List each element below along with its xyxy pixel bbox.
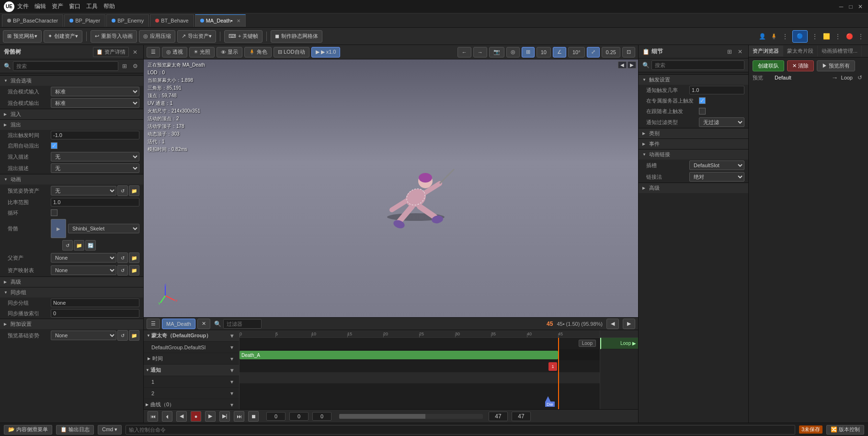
- section-sync-group[interactable]: ▼ 同步组: [0, 287, 143, 298]
- output-log-btn[interactable]: 📋 输出日志: [56, 425, 94, 435]
- time-mid2[interactable]: 0: [312, 412, 331, 421]
- settings-icon[interactable]: ⚙: [131, 62, 139, 70]
- menu-file[interactable]: 文件: [17, 2, 29, 11]
- viewport-scale-btn[interactable]: ⤢: [587, 47, 600, 57]
- skeleton-reset[interactable]: ↺: [62, 240, 73, 251]
- section-add-config[interactable]: ▶ 附加设置: [0, 319, 143, 329]
- viewport-scale-val[interactable]: 0.25: [602, 47, 620, 57]
- viewport-lod-btn[interactable]: ⊟ LOD自动: [274, 47, 309, 57]
- time-end1[interactable]: 47: [489, 412, 508, 421]
- details-search-input[interactable]: [651, 60, 744, 70]
- track-slot-dropdown[interactable]: ▾: [228, 343, 236, 352]
- toolbar-icon-person[interactable]: 👤: [758, 32, 766, 41]
- track-dropdown[interactable]: ▾: [228, 332, 236, 340]
- skeleton-select[interactable]: Shinbi_Skelet: [68, 224, 139, 233]
- sync-sub-input[interactable]: [51, 298, 139, 307]
- tab-close-icon[interactable]: ✕: [237, 18, 240, 23]
- skeleton-browse[interactable]: 📁: [74, 240, 84, 251]
- section-advanced[interactable]: ▶ 高级: [0, 276, 143, 287]
- toolbar-create-asset[interactable]: ✦ 创建资产▾: [44, 30, 82, 43]
- toolbar-reimport[interactable]: ↩ 重新导入动画: [91, 30, 137, 43]
- toolbar-icon-anim-blue[interactable]: 🔵: [792, 30, 808, 43]
- ctrl-step-fwd[interactable]: ⏭: [234, 411, 244, 422]
- viewport-nav2[interactable]: →: [473, 47, 487, 57]
- blend-mode-input-select[interactable]: 标准: [51, 87, 139, 96]
- minimize-button[interactable]: ─: [837, 3, 845, 11]
- blend-in-desc-select[interactable]: 无: [51, 152, 139, 161]
- toolbar-icon-anim3[interactable]: 🟨: [822, 32, 831, 41]
- console-input[interactable]: [126, 425, 795, 435]
- time-start[interactable]: 0: [266, 412, 286, 421]
- cmd-btn[interactable]: Cmd ▾: [98, 425, 122, 435]
- toolbar-icon-anim2[interactable]: ⋮: [811, 32, 819, 41]
- tab-anim-slot[interactable]: 动画插槽管理...: [818, 46, 862, 57]
- toolbar-export[interactable]: ↗ 导出资产▾: [177, 30, 216, 43]
- toolbar-add-keyframe[interactable]: ⌨ + 关键帧: [224, 30, 263, 43]
- timeline-nav-2[interactable]: ▶: [623, 319, 635, 329]
- preview-base-select[interactable]: None: [51, 331, 116, 340]
- viewport-more[interactable]: ⊡: [622, 47, 635, 57]
- menu-window[interactable]: 窗口: [69, 2, 80, 11]
- viewport-grid-val[interactable]: 10: [537, 47, 551, 57]
- loop-checkbox[interactable]: [51, 209, 57, 216]
- maximize-button[interactable]: □: [847, 3, 855, 11]
- ctrl-prev-frame[interactable]: ⏴: [162, 411, 172, 422]
- parent-browse[interactable]: 📁: [129, 252, 139, 263]
- viewport-camera[interactable]: 📷: [489, 47, 504, 57]
- save-badge[interactable]: 3未保存: [799, 425, 822, 434]
- link-method-select[interactable]: 绝对: [689, 172, 744, 182]
- map-reset[interactable]: ↺: [117, 265, 128, 275]
- tab-ma-death[interactable]: MA_Death• ✕: [195, 14, 246, 27]
- timeline-progress[interactable]: [339, 414, 483, 419]
- blend-mode-output-select[interactable]: 标准: [51, 98, 139, 108]
- details-expand-icon[interactable]: ⊞: [725, 47, 734, 56]
- ctrl-play[interactable]: ▶: [205, 411, 216, 422]
- ctrl-rewind[interactable]: ⏮: [148, 411, 158, 422]
- menu-tools[interactable]: 工具: [86, 2, 98, 11]
- tab-asset-browser[interactable]: 资产浏览器: [749, 46, 783, 57]
- filter-type-select[interactable]: 无过滤: [699, 117, 744, 127]
- parent-asset-select[interactable]: None: [51, 253, 116, 263]
- tab-montage-clip[interactable]: 蒙太奇片段: [783, 46, 818, 57]
- ctrl-stop[interactable]: ⏹: [248, 411, 259, 422]
- menu-edit[interactable]: 编辑: [34, 2, 46, 11]
- track-notify-2-dropdown[interactable]: ▾: [228, 389, 236, 398]
- section-adv-details[interactable]: ▶ 高级: [639, 183, 748, 193]
- toolbar-icon-red[interactable]: 🔴: [845, 32, 854, 41]
- timeline-menu-btn[interactable]: ☰: [147, 319, 160, 329]
- time-mid1[interactable]: 0: [289, 412, 308, 421]
- close-button[interactable]: ✕: [857, 3, 864, 11]
- asset-map-select[interactable]: None: [51, 265, 116, 275]
- ctrl-record[interactable]: ●: [191, 411, 201, 422]
- auto-blend-out-checkbox[interactable]: ✓: [51, 142, 57, 149]
- timeline-nav-1[interactable]: ◀: [606, 319, 619, 329]
- tab-bp-enemy[interactable]: BP_Enemy: [106, 14, 149, 27]
- details-close[interactable]: ✕: [736, 47, 744, 56]
- base-browse[interactable]: 📁: [129, 330, 139, 341]
- toolbar-preview-mesh[interactable]: ⊞ 预览网格▾: [3, 30, 42, 43]
- corner-btn-1[interactable]: ◀: [618, 61, 627, 69]
- menu-asset[interactable]: 资产: [52, 2, 63, 11]
- blend-out-desc-select[interactable]: 无: [51, 163, 139, 173]
- section-trigger[interactable]: ▼ 触发设置: [639, 74, 748, 85]
- toolbar-settings[interactable]: ⋮: [781, 32, 789, 41]
- preview-all-btn[interactable]: ▶ 预览所有: [817, 60, 855, 71]
- section-blend-options[interactable]: ▼ 混合选项: [0, 75, 143, 86]
- ratio-range-input[interactable]: [51, 198, 139, 207]
- parent-reset[interactable]: ↺: [117, 252, 128, 263]
- ctrl-next-frame[interactable]: ▶|: [219, 411, 230, 422]
- view-toggle-icon[interactable]: ⊞: [120, 62, 129, 70]
- refresh-icon[interactable]: ↺: [856, 73, 864, 82]
- toolbar-icon-person2[interactable]: 🧍: [769, 32, 778, 41]
- viewport-angle-val[interactable]: 10°: [568, 47, 585, 57]
- timeline-filter-input[interactable]: [223, 319, 262, 329]
- create-btn[interactable]: 创建联队: [753, 60, 784, 71]
- toolbar-make-static-mesh[interactable]: ◼ 制作静态网格体: [271, 30, 322, 43]
- section-class[interactable]: ▶ 类别: [639, 128, 748, 138]
- reset-icon[interactable]: ↺: [117, 185, 128, 196]
- asset-details-tab[interactable]: 📋 资产详情: [93, 47, 129, 57]
- viewport-nav3[interactable]: ◎: [506, 47, 520, 57]
- left-search-input[interactable]: [13, 61, 118, 71]
- track-notify-1-dropdown[interactable]: ▾: [228, 378, 236, 386]
- timeline-close[interactable]: ✕: [197, 319, 210, 329]
